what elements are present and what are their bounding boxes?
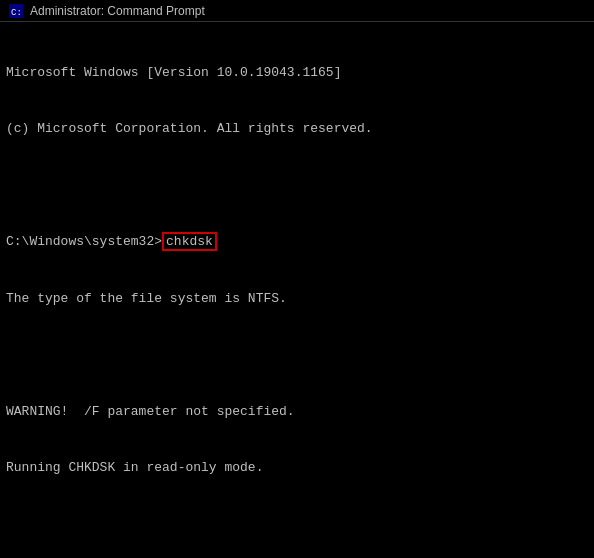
line-prompt: C:\Windows\system32>chkdsk: [6, 233, 588, 252]
cmd-icon: C:: [8, 3, 24, 19]
line-8: Running CHKDSK in read-only mode.: [6, 459, 588, 478]
chkdsk-command: chkdsk: [162, 232, 217, 251]
line-6: [6, 346, 588, 365]
line-5: The type of the file system is NTFS.: [6, 290, 588, 309]
line-3: [6, 177, 588, 196]
svg-text:C:: C:: [11, 8, 22, 18]
title-bar: C: Administrator: Command Prompt: [0, 0, 594, 22]
prompt-text: C:\Windows\system32>: [6, 234, 162, 249]
console-body: Microsoft Windows [Version 10.0.19043.11…: [0, 22, 594, 558]
line-9: [6, 516, 588, 535]
line-1: Microsoft Windows [Version 10.0.19043.11…: [6, 64, 588, 83]
line-2: (c) Microsoft Corporation. All rights re…: [6, 120, 588, 139]
line-7: WARNING! /F parameter not specified.: [6, 403, 588, 422]
title-bar-text: Administrator: Command Prompt: [30, 4, 205, 18]
